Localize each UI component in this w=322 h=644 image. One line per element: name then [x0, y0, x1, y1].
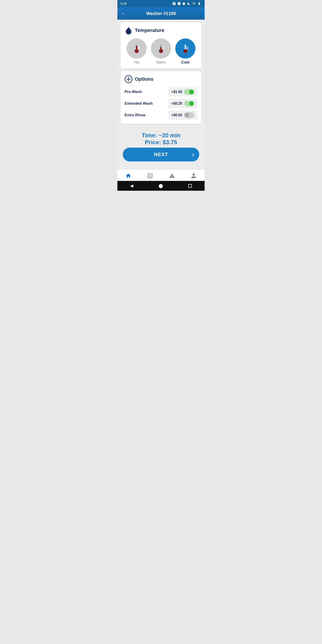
toggle-prewash[interactable] [184, 89, 194, 95]
temp-circle-hot [126, 38, 147, 58]
option-name-prewash: Pre-Wash [124, 90, 142, 94]
toggle-thumb-prewash [189, 90, 194, 94]
option-control-extrarinse: +$0.50 [168, 110, 198, 120]
nav-item-alert[interactable] [165, 172, 179, 180]
temperature-card: Temperature Hot [120, 22, 202, 68]
toggle-extrarinse[interactable] [184, 112, 194, 118]
option-row-extendedwash: Extended Wash +$0.25 [124, 99, 198, 108]
temp-option-warm[interactable]: Warm [151, 38, 171, 64]
gear-icon [172, 2, 176, 5]
svg-point-0 [178, 2, 180, 5]
system-nav-bar: ◀ ⬤ [118, 181, 204, 191]
svg-point-19 [149, 174, 150, 174]
recents-sys-icon[interactable] [188, 184, 192, 188]
home-nav-icon [126, 173, 131, 179]
summary-section: Time: ~20 min Price: $3.75 NEXT › [120, 126, 202, 167]
header: ← Washer #1199 [118, 7, 204, 20]
status-time: 8:36 [120, 2, 126, 5]
temp-label-cold: Cold [181, 60, 190, 64]
option-control-extendedwash: +$0.25 [168, 99, 198, 108]
nav-item-home[interactable] [122, 172, 135, 180]
option-price-extrarinse: +$0.50 [171, 113, 182, 117]
option-price-extendedwash: +$0.25 [171, 102, 182, 106]
option-name-extrarinse: Extra Rinse [124, 113, 146, 118]
next-button-label: NEXT [154, 152, 168, 158]
nav-item-washer[interactable] [143, 172, 157, 180]
svg-rect-11 [185, 49, 186, 50]
temp-option-hot[interactable]: Hot [126, 38, 147, 64]
svg-point-17 [149, 175, 152, 177]
option-row-extrarinse: Extra Rinse +$0.50 [124, 110, 198, 120]
temp-label-warm: Warm [156, 60, 166, 64]
svg-rect-3 [136, 46, 137, 50]
back-button[interactable]: ← [121, 10, 126, 16]
next-arrow-icon: › [192, 151, 194, 158]
toggle-track-prewash [184, 89, 194, 95]
temp-circle-warm [151, 38, 171, 58]
thermometer-hot-icon [130, 42, 143, 54]
back-sys-icon[interactable]: ◀ [130, 183, 133, 188]
account-nav-icon [191, 173, 196, 179]
options-card-title: Options [124, 75, 198, 83]
next-button[interactable]: NEXT › [123, 148, 199, 162]
page-title: Washer #1199 [128, 11, 194, 16]
options-section-label: Options [135, 76, 154, 82]
time-estimate: Time: ~20 min [123, 132, 199, 139]
alert-nav-icon [169, 173, 175, 179]
toggle-track-extendedwash [184, 100, 194, 106]
washer-nav-icon [147, 173, 153, 179]
temp-label-hot: Hot [134, 60, 140, 64]
bottom-nav [118, 170, 204, 181]
svg-rect-7 [160, 47, 162, 50]
thermometer-cold-icon [179, 42, 192, 54]
status-bar: 8:36 [118, 0, 204, 7]
content-area: Temperature Hot [118, 20, 204, 170]
option-row-prewash: Pre-Wash +$1.00 [124, 87, 198, 96]
battery-icon [197, 2, 202, 5]
option-price-prewash: +$1.00 [171, 90, 182, 94]
home-sys-icon[interactable]: ⬤ [158, 183, 163, 188]
temperature-section-label: Temperature [135, 28, 164, 33]
toggle-thumb-extrarinse [185, 113, 189, 118]
plus-circle-icon [124, 75, 132, 83]
toggle-thumb-extendedwash [189, 101, 194, 106]
svg-point-8 [162, 46, 164, 50]
nav-item-account[interactable] [187, 172, 200, 180]
status-icons [172, 2, 202, 5]
option-name-extendedwash: Extended Wash [124, 101, 153, 106]
dnd-icon [177, 2, 181, 5]
temp-option-cold[interactable]: Cold [175, 38, 196, 64]
water-drop-icon [124, 26, 132, 34]
temp-circle-cold [175, 38, 196, 58]
sdcard-icon [182, 2, 185, 5]
svg-point-4 [138, 46, 140, 50]
price-total: Price: $3.75 [123, 139, 199, 146]
temperature-card-title: Temperature [124, 26, 198, 34]
options-card: Options Pre-Wash +$1.00 Extended Wash +$… [120, 71, 202, 124]
toggle-track-extrarinse [184, 112, 194, 118]
temperature-options: Hot Warm [124, 38, 198, 64]
option-control-prewash: +$1.00 [168, 87, 198, 96]
thermometer-warm-icon [155, 42, 167, 54]
wifi-icon [187, 2, 191, 5]
signal-icon [192, 2, 196, 5]
toggle-extendedwash[interactable] [184, 100, 194, 106]
svg-point-18 [149, 174, 149, 174]
svg-point-12 [186, 46, 189, 50]
